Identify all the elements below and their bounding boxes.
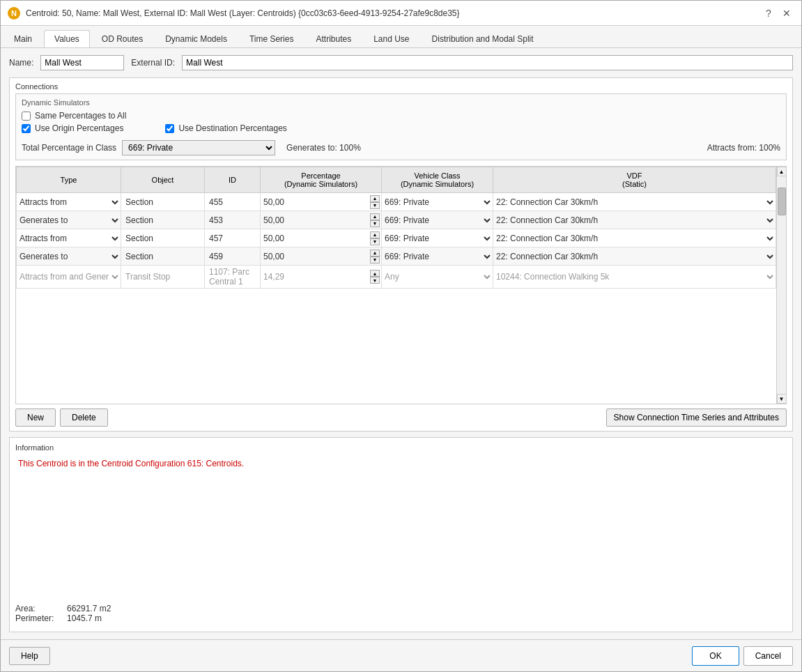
vc-select-1[interactable]: 669: Private bbox=[382, 213, 493, 228]
ok-button[interactable]: OK bbox=[692, 646, 739, 666]
name-input[interactable] bbox=[40, 55, 124, 70]
object-cell-3: Section bbox=[121, 247, 205, 266]
col-percentage: Percentage (Dynamic Simulators) bbox=[261, 167, 382, 193]
table-row: Attracts from Section 457 ▲ ▼ 669: Priva… bbox=[17, 229, 776, 247]
table-scrollbar[interactable]: ▲ ▼ bbox=[776, 167, 786, 404]
type-select-4[interactable]: Attracts from and Gener bbox=[17, 269, 121, 284]
dynamic-simulators-label: Dynamic Simulators bbox=[22, 98, 780, 107]
pct-cell-4[interactable]: ▲ ▼ bbox=[261, 266, 382, 289]
table-row: Generates to Section 453 ▲ ▼ 669: Privat… bbox=[17, 211, 776, 229]
vc-cell-1[interactable]: 669: Private bbox=[382, 211, 493, 229]
col-vehicle-class: Vehicle Class (Dynamic Simulators) bbox=[382, 167, 493, 193]
vdf-select-4[interactable]: 10244: Connection Walking 5k bbox=[493, 269, 776, 284]
col-id: ID bbox=[205, 167, 261, 193]
scroll-down-arrow[interactable]: ▼ bbox=[777, 394, 787, 404]
tab-distribution[interactable]: Distribution and Modal Split bbox=[422, 30, 544, 47]
tab-bar: Main Values OD Routes Dynamic Models Tim… bbox=[1, 26, 801, 48]
tab-time-series[interactable]: Time Series bbox=[239, 30, 304, 47]
pct-input-3[interactable] bbox=[262, 252, 369, 261]
tab-od-routes[interactable]: OD Routes bbox=[91, 30, 153, 47]
close-button[interactable]: ✕ bbox=[779, 6, 794, 21]
pct-input-0[interactable] bbox=[262, 197, 369, 207]
type-cell[interactable]: Attracts from bbox=[17, 193, 121, 211]
vc-cell-4[interactable]: Any bbox=[382, 266, 493, 289]
external-id-label: External ID: bbox=[131, 58, 175, 68]
spin-down-0[interactable]: ▼ bbox=[370, 202, 380, 209]
connections-table-container: Type Object ID Percentage (Dynamic Simul… bbox=[15, 166, 787, 404]
help-button[interactable]: Help bbox=[9, 647, 50, 665]
name-row: Name: External ID: bbox=[9, 55, 793, 70]
use-destination-checkbox[interactable] bbox=[165, 124, 174, 133]
id-cell-0: 455 bbox=[205, 193, 261, 211]
same-pct-checkbox[interactable] bbox=[22, 112, 31, 121]
scroll-up-arrow[interactable]: ▲ bbox=[777, 167, 787, 176]
vdf-cell-0[interactable]: 22: Connection Car 30km/h bbox=[493, 193, 776, 211]
vdf-select-3[interactable]: 22: Connection Car 30km/h bbox=[493, 249, 776, 264]
help-title-button[interactable]: ? bbox=[761, 6, 776, 21]
type-cell[interactable]: Generates to bbox=[17, 247, 121, 266]
type-select-3[interactable]: Generates to bbox=[17, 249, 121, 264]
tab-main[interactable]: Main bbox=[3, 30, 43, 47]
title-bar-buttons: ? ✕ bbox=[761, 6, 794, 21]
spin-up-2[interactable]: ▲ bbox=[370, 231, 380, 238]
object-cell-2: Section bbox=[121, 229, 205, 247]
show-connection-button[interactable]: Show Connection Time Series and Attribut… bbox=[606, 408, 787, 427]
tab-land-use[interactable]: Land Use bbox=[363, 30, 419, 47]
pct-cell-1[interactable]: ▲ ▼ bbox=[261, 211, 382, 229]
app-icon: N bbox=[8, 7, 20, 20]
spin-up-1[interactable]: ▲ bbox=[370, 213, 380, 220]
pct-cell-2[interactable]: ▲ ▼ bbox=[261, 229, 382, 247]
vdf-select-1[interactable]: 22: Connection Car 30km/h bbox=[493, 213, 776, 228]
window-title: Centroid: 50, Name: Mall West, External … bbox=[26, 8, 460, 18]
vc-select-2[interactable]: 669: Private bbox=[382, 231, 493, 246]
spin-down-4[interactable]: ▼ bbox=[370, 277, 380, 284]
class-select[interactable]: 669: Private bbox=[122, 140, 275, 155]
id-cell-2: 457 bbox=[205, 229, 261, 247]
delete-button[interactable]: Delete bbox=[60, 408, 108, 427]
pct-input-1[interactable] bbox=[262, 215, 369, 225]
vdf-select-2[interactable]: 22: Connection Car 30km/h bbox=[493, 231, 776, 246]
pct-input-4[interactable] bbox=[262, 272, 369, 282]
type-cell[interactable]: Generates to bbox=[17, 211, 121, 229]
title-bar: N Centroid: 50, Name: Mall West, Externa… bbox=[1, 1, 801, 26]
vdf-select-0[interactable]: 22: Connection Car 30km/h bbox=[493, 194, 776, 210]
vc-cell-0[interactable]: 669: Private bbox=[382, 193, 493, 211]
type-cell[interactable]: Attracts from and Gener bbox=[17, 266, 121, 289]
cancel-button[interactable]: Cancel bbox=[743, 646, 793, 666]
spin-up-0[interactable]: ▲ bbox=[370, 195, 380, 202]
main-window: N Centroid: 50, Name: Mall West, Externa… bbox=[0, 0, 802, 672]
pct-input-2[interactable] bbox=[262, 234, 369, 243]
vc-select-3[interactable]: 669: Private bbox=[382, 249, 493, 264]
vdf-cell-4[interactable]: 10244: Connection Walking 5k bbox=[493, 266, 776, 289]
pct-cell-0[interactable]: ▲ ▼ bbox=[261, 193, 382, 211]
information-content: This Centroid is in the Centroid Configu… bbox=[15, 456, 787, 601]
vc-select-4[interactable]: Any bbox=[382, 269, 493, 284]
new-button[interactable]: New bbox=[15, 408, 56, 427]
type-select-1[interactable]: Generates to bbox=[17, 213, 121, 228]
vc-cell-2[interactable]: 669: Private bbox=[382, 229, 493, 247]
type-select-0[interactable]: Attracts from bbox=[17, 194, 121, 210]
spin-up-3[interactable]: ▲ bbox=[370, 250, 380, 257]
use-origin-checkbox[interactable] bbox=[22, 124, 31, 133]
vc-select-0[interactable]: 669: Private bbox=[382, 194, 493, 210]
vdf-cell-2[interactable]: 22: Connection Car 30km/h bbox=[493, 229, 776, 247]
tab-dynamic-models[interactable]: Dynamic Models bbox=[155, 30, 238, 47]
external-id-input[interactable] bbox=[182, 55, 793, 70]
object-cell-0: Section bbox=[121, 193, 205, 211]
vdf-cell-1[interactable]: 22: Connection Car 30km/h bbox=[493, 211, 776, 229]
vc-cell-3[interactable]: 669: Private bbox=[382, 247, 493, 266]
pct-cell-3[interactable]: ▲ ▼ bbox=[261, 247, 382, 266]
spin-down-1[interactable]: ▼ bbox=[370, 220, 380, 227]
spin-down-3[interactable]: ▼ bbox=[370, 257, 380, 264]
vdf-cell-3[interactable]: 22: Connection Car 30km/h bbox=[493, 247, 776, 266]
information-box: Information This Centroid is in the Cent… bbox=[9, 437, 793, 632]
tab-attributes[interactable]: Attributes bbox=[305, 30, 362, 47]
table-inner[interactable]: Type Object ID Percentage (Dynamic Simul… bbox=[16, 167, 776, 404]
tab-values[interactable]: Values bbox=[44, 30, 90, 47]
type-cell[interactable]: Attracts from bbox=[17, 229, 121, 247]
type-select-2[interactable]: Attracts from bbox=[17, 231, 121, 246]
spin-down-2[interactable]: ▼ bbox=[370, 238, 380, 245]
spin-up-4[interactable]: ▲ bbox=[370, 270, 380, 277]
same-pct-row: Same Percentages to All bbox=[22, 111, 780, 121]
scroll-thumb[interactable] bbox=[778, 188, 786, 215]
